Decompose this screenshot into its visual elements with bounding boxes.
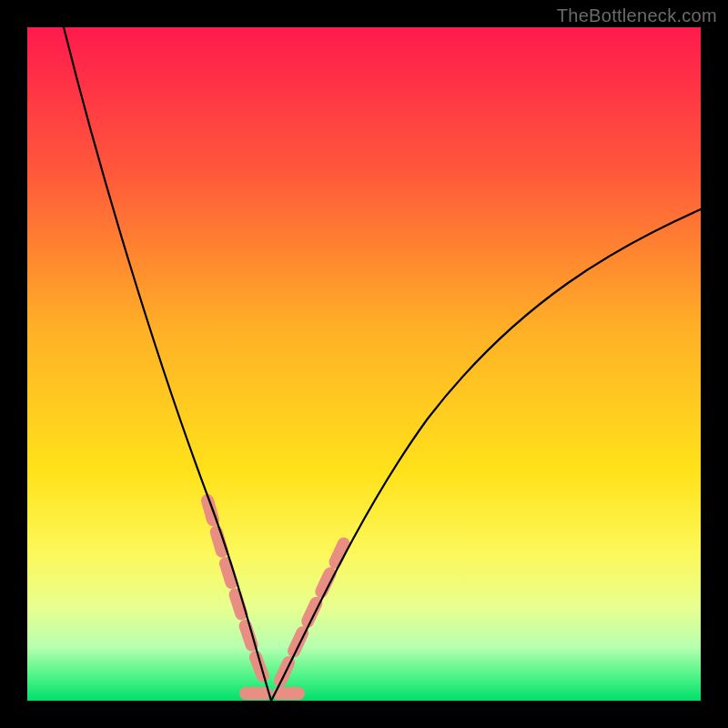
curves-layer [27, 27, 701, 701]
salmon-dash-right [280, 535, 348, 681]
plot-area [27, 27, 701, 701]
salmon-dash-left [207, 500, 266, 682]
curve-right [271, 209, 701, 701]
outer-frame: TheBottleneck.com [0, 0, 728, 728]
salmon-highlight [207, 500, 348, 693]
watermark-text: TheBottleneck.com [557, 5, 717, 26]
